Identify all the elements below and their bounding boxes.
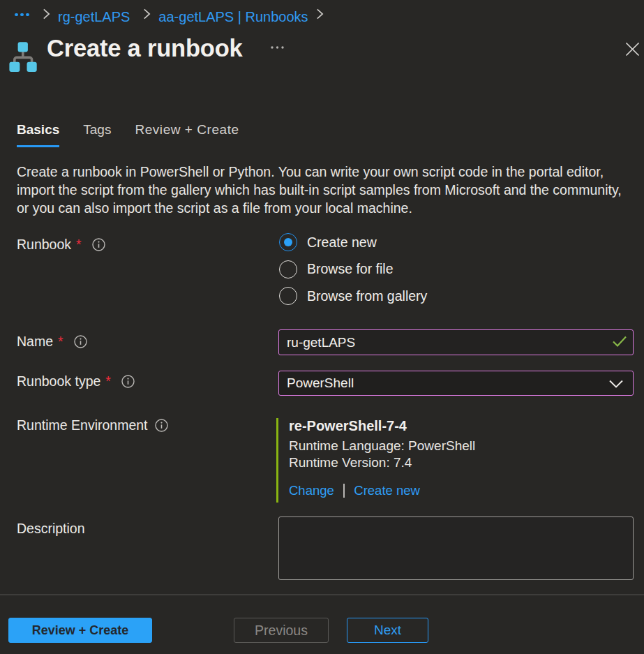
runbook-type-select[interactable]: PowerShell bbox=[278, 371, 634, 396]
required-asterisk: * bbox=[105, 372, 111, 390]
next-button[interactable]: Next bbox=[347, 618, 428, 643]
close-icon[interactable] bbox=[624, 42, 640, 57]
valid-check-icon bbox=[612, 335, 627, 350]
runtime-environment-name: re-PowerShell-7-4 bbox=[289, 418, 475, 434]
chevron-down-icon bbox=[609, 378, 623, 391]
breadcrumb: rg-getLAPS aa-getLAPS | Runbooks bbox=[15, 5, 331, 24]
description-label: Description bbox=[17, 519, 85, 537]
create-new-link[interactable]: Create new bbox=[354, 483, 420, 498]
tab-bar: Basics Tags Review + Create bbox=[17, 122, 239, 147]
page-title: Create a runbook bbox=[47, 35, 243, 62]
radio-create-new[interactable]: Create new bbox=[279, 233, 427, 251]
name-input[interactable] bbox=[278, 329, 634, 355]
footer-divider bbox=[0, 594, 644, 595]
runbook-icon bbox=[9, 40, 38, 76]
info-icon[interactable] bbox=[121, 375, 135, 388]
tab-basics[interactable]: Basics bbox=[17, 122, 59, 147]
chevron-right-icon bbox=[43, 8, 50, 20]
runtime-environment-label: Runtime Environment bbox=[17, 416, 168, 434]
required-asterisk: * bbox=[58, 332, 63, 350]
runtime-version: Runtime Version: 7.4 bbox=[289, 454, 475, 471]
runbook-label: Runbook* bbox=[17, 235, 105, 253]
required-asterisk: * bbox=[76, 235, 82, 253]
runbook-type-label: Runbook type* bbox=[17, 372, 135, 390]
breadcrumb-link-aa-getlaps-runbooks[interactable]: aa-getLAPS | Runbooks bbox=[158, 9, 308, 25]
tab-review-create[interactable]: Review + Create bbox=[135, 122, 239, 147]
radio-button-icon bbox=[279, 260, 297, 278]
description-textarea[interactable] bbox=[278, 516, 634, 580]
info-icon[interactable] bbox=[92, 238, 105, 251]
more-actions-icon[interactable] bbox=[270, 40, 285, 53]
runtime-environment-summary: re-PowerShell-7-4 Runtime Language: Powe… bbox=[276, 418, 475, 503]
tab-tags[interactable]: Tags bbox=[83, 122, 111, 147]
intro-text: Create a runbook in PowerShell or Python… bbox=[17, 163, 634, 218]
chevron-right-icon bbox=[143, 8, 151, 20]
name-label: Name* bbox=[17, 332, 87, 350]
change-link[interactable]: Change bbox=[289, 483, 334, 498]
chevron-right-icon bbox=[316, 8, 324, 20]
link-separator bbox=[343, 484, 345, 498]
runtime-language: Runtime Language: PowerShell bbox=[289, 438, 475, 454]
radio-button-icon bbox=[279, 287, 297, 305]
previous-button[interactable]: Previous bbox=[234, 618, 329, 643]
radio-browse-from-gallery[interactable]: Browse from gallery bbox=[279, 287, 427, 305]
radio-button-icon bbox=[279, 233, 297, 251]
radio-browse-for-file[interactable]: Browse for file bbox=[279, 260, 427, 278]
runbook-radio-group: Create new Browse for file Browse from g… bbox=[279, 233, 427, 305]
review-create-button[interactable]: Review + Create bbox=[8, 618, 152, 643]
breadcrumb-link-rg-getlaps[interactable]: rg-getLAPS bbox=[58, 9, 130, 25]
breadcrumb-ellipsis-icon[interactable] bbox=[15, 13, 29, 17]
info-icon[interactable] bbox=[74, 335, 87, 348]
info-icon[interactable] bbox=[155, 419, 168, 432]
